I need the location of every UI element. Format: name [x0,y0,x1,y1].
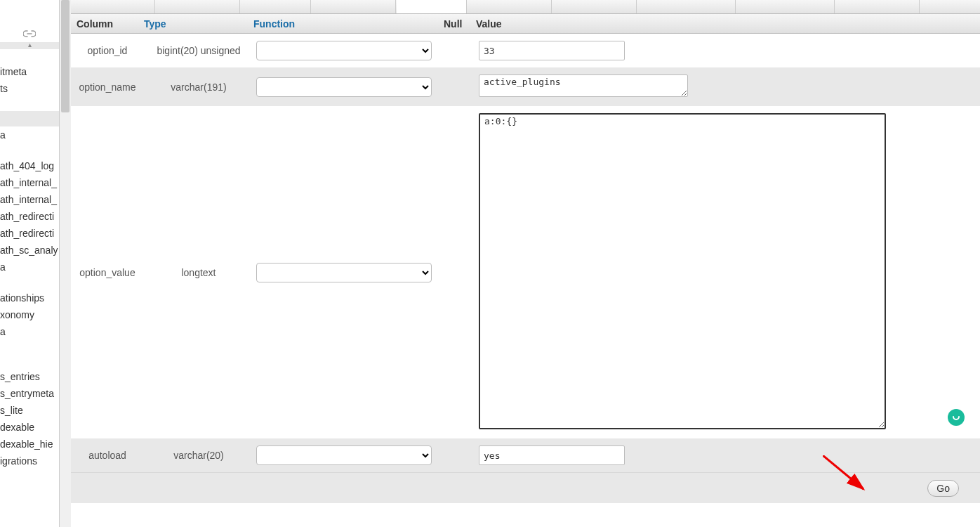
sidebar-item[interactable]: igrations [0,453,59,469]
column-type: varchar(20) [144,450,253,461]
sidebar-item[interactable]: dexable_hie [0,436,59,453]
sidebar-item[interactable]: ath_internal_ [0,191,59,208]
scrollbar-thumb[interactable] [61,0,69,112]
header-null: Null [444,18,476,30]
table-row: autoloadvarchar(20) [71,438,980,472]
link-icon [23,28,36,35]
sidebar-scrollbar[interactable] [60,0,71,527]
sidebar-item[interactable]: s_entries [0,368,59,385]
tab[interactable] [736,0,835,13]
function-select[interactable] [256,77,432,97]
sidebar-item[interactable]: ath_404_log [0,157,59,174]
tab[interactable] [835,0,920,13]
tabs-strip [71,0,980,14]
sidebar-item[interactable]: ts [0,80,59,97]
sidebar-item[interactable]: ath_redirecti [0,225,59,242]
sidebar-item[interactable]: a [0,259,59,275]
tab[interactable] [552,0,637,13]
sidebar-item[interactable]: ath_internal_ [0,174,59,191]
sidebar-item[interactable]: itmeta [0,63,59,80]
value-input[interactable] [479,445,625,465]
status-indicator-icon [948,409,965,426]
table-header: Column Type Function Null Value [71,14,980,34]
sidebar-list: itmetatsaath_404_logath_internal_ath_int… [0,49,59,469]
sidebar-item[interactable]: dexable [0,419,59,436]
value-input[interactable] [479,113,886,429]
tab-active[interactable] [397,0,467,13]
column-name: option_value [71,267,144,278]
header-column: Column [71,18,144,30]
function-select[interactable] [256,41,432,60]
value-input[interactable] [479,41,625,60]
tab[interactable] [312,0,396,13]
tab[interactable] [468,0,552,13]
tab[interactable] [637,0,736,13]
column-type: bigint(20) unsigned [144,45,253,56]
tab[interactable] [71,0,155,13]
sidebar-item[interactable]: s_entrymeta [0,385,59,402]
sidebar: ▴ itmetatsaath_404_logath_internal_ath_i… [0,0,60,527]
sidebar-item[interactable]: ath_sc_analy [0,242,59,259]
sidebar-item-selected[interactable] [0,111,59,126]
go-row: Go [71,472,980,503]
main-panel: Column Type Function Null Value option_i… [71,0,980,527]
go-button[interactable]: Go [927,480,959,497]
sidebar-scroll-up[interactable]: ▴ [0,42,60,49]
column-name: option_name [71,82,144,93]
table-row: option_valuelongtext [71,106,980,438]
sidebar-item[interactable]: xonomy [0,306,59,323]
form-table: option_idbigint(20) unsignedoption_namev… [71,34,980,472]
tab[interactable] [241,0,311,13]
header-value: Value [476,18,980,30]
sidebar-item[interactable]: ationships [0,289,59,306]
function-select[interactable] [256,445,432,465]
sidebar-item[interactable]: ath_redirecti [0,208,59,225]
column-type: varchar(191) [144,82,253,93]
column-name: option_id [71,45,144,56]
table-row: option_namevarchar(191) [71,67,980,106]
header-type[interactable]: Type [144,18,253,30]
column-name: autoload [71,450,144,461]
sidebar-item[interactable]: a [0,126,59,143]
sidebar-item[interactable]: s_lite [0,402,59,419]
tab[interactable] [156,0,240,13]
table-row: option_idbigint(20) unsigned [71,34,980,67]
header-function[interactable]: Function [253,18,444,30]
column-type: longtext [144,267,253,278]
value-input[interactable] [479,74,688,97]
function-select[interactable] [256,263,432,282]
sidebar-item[interactable]: a [0,323,59,340]
